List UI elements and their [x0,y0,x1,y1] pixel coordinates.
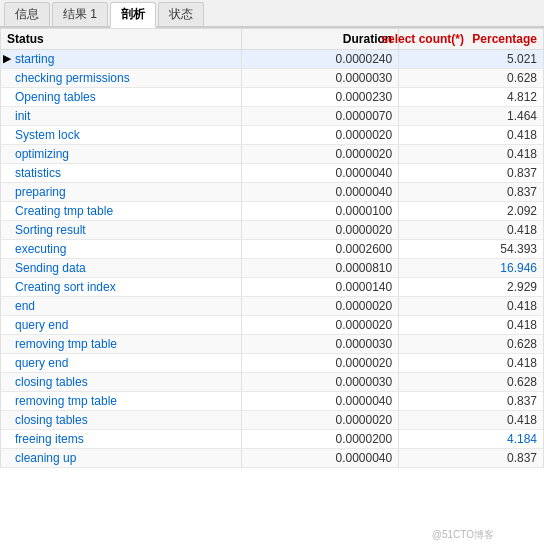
status-cell: Opening tables [1,88,242,107]
percentage-cell: 0.628 [399,373,544,392]
percentage-cell: 0.837 [399,392,544,411]
percentage-cell: 0.418 [399,354,544,373]
status-cell: preparing [1,183,242,202]
percentage-cell: 5.021 [399,50,544,69]
status-cell: Sending data [1,259,242,278]
duration-cell: 0.0000020 [242,316,399,335]
percentage-cell: 0.628 [399,335,544,354]
duration-cell: 0.0000030 [242,69,399,88]
table-row[interactable]: Creating sort index0.00001402.929 [1,278,544,297]
percentage-cell: 0.418 [399,316,544,335]
status-value: Opening tables [15,90,96,104]
table-body: ▶starting0.00002405.021checking permissi… [1,50,544,468]
status-value: executing [15,242,66,256]
percentage-cell: 2.929 [399,278,544,297]
status-value: query end [15,356,68,370]
status-value: checking permissions [15,71,130,85]
percentage-cell: 0.837 [399,164,544,183]
table-row[interactable]: query end0.00000200.418 [1,316,544,335]
table-row[interactable]: closing tables0.00000200.418 [1,411,544,430]
status-value: System lock [15,128,80,142]
duration-cell: 0.0000020 [242,126,399,145]
percentage-cell: 0.418 [399,221,544,240]
table-row[interactable]: closing tables0.00000300.628 [1,373,544,392]
table-row[interactable]: System lock0.00000200.418 [1,126,544,145]
duration-cell: 0.0000230 [242,88,399,107]
percentage-cell: 1.464 [399,107,544,126]
status-cell: checking permissions [1,69,242,88]
table-row[interactable]: init0.00000701.464 [1,107,544,126]
status-cell: statistics [1,164,242,183]
status-cell: freeing items [1,430,242,449]
duration-cell: 0.0000140 [242,278,399,297]
percentage-cell: 2.092 [399,202,544,221]
status-value: freeing items [15,432,84,446]
table-row[interactable]: cleaning up0.00000400.837 [1,449,544,468]
column-header-percentage: Percentage [399,29,544,50]
table-row[interactable]: Sending data0.000081016.946 [1,259,544,278]
duration-cell: 0.0000200 [242,430,399,449]
status-cell: optimizing [1,145,242,164]
tab-信息[interactable]: 信息 [4,2,50,26]
status-cell: closing tables [1,373,242,392]
percentage-cell: 0.837 [399,183,544,202]
profile-table: StatusDurationPercentage ▶starting0.0000… [0,28,544,468]
table-row[interactable]: Sorting result0.00000200.418 [1,221,544,240]
duration-cell: 0.0002600 [242,240,399,259]
duration-cell: 0.0000070 [242,107,399,126]
duration-cell: 0.0000030 [242,373,399,392]
table-row[interactable]: removing tmp table0.00000400.837 [1,392,544,411]
row-indicator-icon: ▶ [3,52,11,65]
duration-cell: 0.0000020 [242,297,399,316]
status-value: closing tables [15,375,88,389]
tab-结果 1[interactable]: 结果 1 [52,2,108,26]
status-cell: Creating tmp table [1,202,242,221]
tab-剖析[interactable]: 剖析 [110,2,156,28]
percentage-cell: 0.418 [399,126,544,145]
tabs-bar: 信息结果 1剖析状态 [0,0,544,28]
status-value: Creating sort index [15,280,116,294]
status-value: optimizing [15,147,69,161]
percentage-cell: 0.837 [399,449,544,468]
percentage-cell: 16.946 [399,259,544,278]
status-value: Sending data [15,261,86,275]
table-header-row: StatusDurationPercentage [1,29,544,50]
status-value: removing tmp table [15,337,117,351]
table-row[interactable]: executing0.000260054.393 [1,240,544,259]
status-cell: cleaning up [1,449,242,468]
status-cell: query end [1,354,242,373]
duration-cell: 0.0000040 [242,164,399,183]
percentage-cell: 54.393 [399,240,544,259]
column-header-status: Status [1,29,242,50]
duration-cell: 0.0000020 [242,354,399,373]
table-row[interactable]: ▶starting0.00002405.021 [1,50,544,69]
status-value: cleaning up [15,451,76,465]
tab-状态[interactable]: 状态 [158,2,204,26]
status-cell: Creating sort index [1,278,242,297]
status-value: init [15,109,30,123]
table-row[interactable]: end0.00000200.418 [1,297,544,316]
table-row[interactable]: Opening tables0.00002304.812 [1,88,544,107]
status-cell: removing tmp table [1,392,242,411]
table-row[interactable]: preparing0.00000400.837 [1,183,544,202]
profile-table-container: select count(*) StatusDurationPercentage… [0,28,544,548]
table-row[interactable]: Creating tmp table0.00001002.092 [1,202,544,221]
table-row[interactable]: optimizing0.00000200.418 [1,145,544,164]
percentage-cell: 0.418 [399,297,544,316]
table-row[interactable]: statistics0.00000400.837 [1,164,544,183]
percentage-cell: 4.184 [399,430,544,449]
status-value: Creating tmp table [15,204,113,218]
status-value: statistics [15,166,61,180]
status-cell: end [1,297,242,316]
status-value: end [15,299,35,313]
table-row[interactable]: checking permissions0.00000300.628 [1,69,544,88]
table-row[interactable]: removing tmp table0.00000300.628 [1,335,544,354]
status-cell: removing tmp table [1,335,242,354]
table-row[interactable]: query end0.00000200.418 [1,354,544,373]
table-row[interactable]: freeing items0.00002004.184 [1,430,544,449]
watermark: @51CTO博客 [432,528,494,542]
percentage-cell: 0.628 [399,69,544,88]
duration-cell: 0.0000020 [242,221,399,240]
status-value: preparing [15,185,66,199]
status-value: closing tables [15,413,88,427]
